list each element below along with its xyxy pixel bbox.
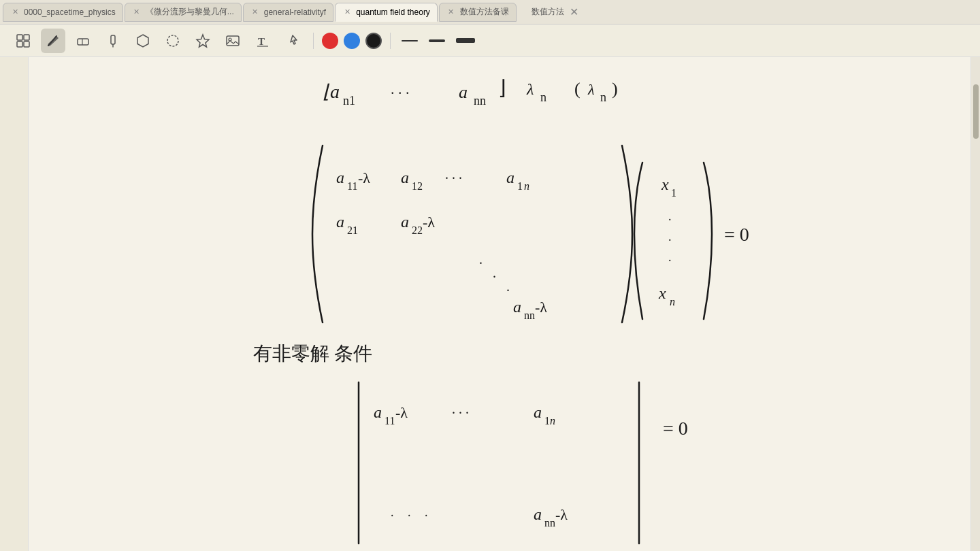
svg-text:-λ: -λ [423,214,435,231]
svg-text:(: ( [574,79,581,99]
svg-text:1: 1 [671,187,676,199]
svg-text:-λ: -λ [555,506,568,523]
tab-spacetime[interactable]: ✕ 0000_spacetime_physics [3,3,123,22]
tab-manifold[interactable]: ✕ 《微分流形与黎曼几何... [125,3,242,22]
text-tool-button[interactable]: T [250,29,275,53]
stroke-thick-button[interactable] [453,34,478,47]
svg-text:· · ·: · · · [445,171,462,186]
svg-text:a: a [534,505,542,523]
stroke-thick-line [456,38,475,43]
pointer-icon [285,33,300,48]
svg-text:T: T [258,36,265,47]
toolbar: T [0,24,980,57]
pen-icon [46,33,61,48]
svg-rect-1 [24,35,29,40]
svg-point-10 [167,35,178,46]
svg-text:n: n [540,90,546,104]
color-blue-button[interactable] [344,33,360,49]
svg-marker-11 [197,35,209,47]
text-icon: T [255,33,270,48]
shape-tool-button[interactable] [131,29,155,53]
highlighter-tool-button[interactable] [101,29,125,53]
svg-text:11: 11 [347,180,357,192]
svg-text:a: a [534,403,542,421]
svg-text:⌋: ⌋ [498,76,506,99]
tab-label-spacetime: 0000_spacetime_physics [24,7,116,17]
stroke-medium-button[interactable] [426,35,448,46]
svg-text:a: a [459,82,468,102]
shape-icon [135,33,150,48]
svg-text:· · ·: · · · [452,405,469,420]
svg-text:= 0: = 0 [724,224,749,245]
svg-text:1: 1 [517,180,523,192]
svg-text:= 0: = 0 [663,418,688,439]
svg-text:-λ: -λ [358,169,370,186]
svg-text:a: a [374,403,382,421]
tab-numerical[interactable]: ✕ 数值方法备课 [439,3,517,22]
svg-text:·: · [506,283,510,298]
svg-text:nn: nn [544,517,555,529]
svg-text:-λ: -λ [535,299,547,316]
tab-close-spacetime[interactable]: ✕ [10,7,20,17]
pen-tool-button[interactable] [41,29,65,53]
tab-close-qft[interactable]: ✕ [342,7,352,17]
eraser-tool-button[interactable] [71,29,95,53]
tab-label-qft: quantum field theory [356,7,430,17]
svg-text:a: a [513,298,521,316]
svg-text:-λ: -λ [395,404,408,421]
stroke-medium-line [429,39,445,42]
tab-close-gr[interactable]: ✕ [250,7,260,17]
svg-text:·: · [425,509,428,522]
tab-label-manifold: 《微分流形与黎曼几何... [146,6,234,18]
svg-text:nn: nn [524,310,535,321]
svg-text:a: a [336,169,344,186]
svg-text:1: 1 [544,415,550,427]
svg-text:·: · [668,213,672,227]
tab-qft[interactable]: ✕ quantum field theory [335,3,438,22]
color-red-button[interactable] [322,33,338,49]
svg-text:a: a [336,213,344,231]
color-black-button[interactable] [365,33,382,49]
tab-close-manifold[interactable]: ✕ [132,7,142,17]
svg-text:λ: λ [526,80,534,98]
svg-text:): ) [612,79,618,99]
svg-rect-7 [111,35,115,44]
svg-text:nn: nn [474,94,486,107]
svg-text:· · ·: · · · [391,84,410,101]
navigation-tool-button[interactable] [11,29,35,53]
tab-gr[interactable]: ✕ general-relativityf [243,3,333,22]
svg-text:22: 22 [412,224,423,236]
svg-rect-12 [227,36,239,46]
left-margin [0,57,29,551]
pointer-tool-button[interactable] [280,29,305,53]
svg-text:n: n [670,296,675,307]
tab-close-numerical[interactable]: ✕ [446,7,456,17]
svg-text:x: x [661,176,669,193]
image-icon [225,33,240,48]
tab-extra: 数值方法 ✕ [523,3,587,22]
star-tool-button[interactable] [191,29,215,53]
eraser-icon [76,33,91,48]
tab-label-numerical: 数值方法备课 [460,6,509,18]
whiteboard[interactable]: .hw { font-family: 'Segoe UI', cursive; … [29,57,970,551]
lasso-icon [165,33,180,48]
tab-extra-close[interactable]: ✕ [570,5,578,18]
scrollbar-thumb[interactable] [973,84,979,139]
star-icon [195,33,210,48]
svg-text:·: · [391,509,394,522]
svg-text:a: a [401,169,409,186]
svg-rect-5 [78,39,88,45]
svg-rect-3 [24,41,29,47]
svg-text:a: a [401,213,409,231]
scrollbar-right[interactable] [970,57,980,551]
tab-label-gr: general-relativityf [264,7,326,17]
svg-text:·: · [408,509,411,522]
image-tool-button[interactable] [220,29,245,53]
svg-rect-2 [17,41,22,47]
lasso-tool-button[interactable] [161,29,185,53]
svg-text:·: · [493,269,496,284]
highlighter-icon [105,33,120,48]
svg-text:21: 21 [347,224,358,236]
svg-text:11: 11 [385,415,395,427]
stroke-thin-button[interactable] [399,36,421,46]
